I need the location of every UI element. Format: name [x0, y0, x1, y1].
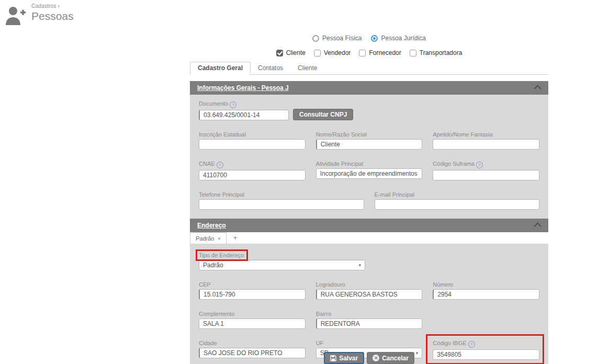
tipo-endereco-row: Tipo de Endereço Padrão ▾	[199, 250, 539, 270]
tab-contatos[interactable]: Contatos	[251, 62, 290, 74]
uf-label: UF	[316, 340, 423, 346]
help-icon[interactable]: ?	[476, 162, 483, 168]
cancel-button[interactable]: × Cancelar	[367, 352, 414, 364]
bairro-input[interactable]	[316, 318, 423, 329]
breadcrumb[interactable]: Cadastros ›	[31, 3, 74, 9]
checkbox-icon[interactable]	[276, 50, 283, 56]
checkbox-vendedor[interactable]: Vendedor	[314, 49, 351, 56]
help-icon[interactable]: ?	[468, 341, 475, 348]
checkbox-label: Fornecedor	[369, 49, 401, 56]
section-body-informacoes-gerais: Documento? Consultar CNPJ Inscrição Esta…	[190, 95, 548, 219]
save-button-label: Salvar	[339, 355, 358, 362]
page-header: Cadastros › Pessoas	[4, 3, 74, 26]
inscricao-estadual-input[interactable]	[199, 139, 306, 150]
section-title[interactable]: Informações Gerais - Pessoa J	[197, 84, 289, 92]
section-title[interactable]: Endereço	[197, 222, 226, 229]
add-address-tab-button[interactable]: +	[227, 232, 244, 244]
complemento-input[interactable]	[199, 318, 306, 329]
checkbox-icon[interactable]	[314, 50, 321, 56]
help-icon[interactable]: ?	[217, 162, 223, 168]
collapse-chevron-icon[interactable]	[534, 222, 541, 230]
logradouro-input[interactable]	[316, 289, 423, 300]
save-button[interactable]: Salvar	[324, 352, 364, 364]
radio-icon[interactable]	[312, 35, 319, 42]
address-tabs: Padrão × +	[190, 232, 548, 244]
checkbox-transportadora[interactable]: Transportadora	[410, 49, 462, 56]
cep-label: CEP	[199, 281, 306, 288]
breadcrumb-arrow-icon: ›	[58, 3, 60, 9]
section-header-informacoes-gerais: Informações Gerais - Pessoa J	[190, 81, 548, 95]
floppy-disk-icon	[330, 355, 336, 361]
razao-social-input[interactable]	[316, 139, 423, 150]
radio-icon[interactable]	[371, 35, 378, 42]
collapse-chevron-icon[interactable]	[534, 85, 541, 92]
checkbox-label: Vendedor	[324, 49, 351, 56]
help-icon[interactable]: ?	[230, 101, 236, 108]
cep-input[interactable]	[199, 289, 306, 300]
cnae-label: CNAE?	[199, 161, 306, 168]
checkbox-icon[interactable]	[410, 50, 416, 56]
razao-social-label: Nome/Razão Social	[316, 131, 423, 138]
person-add-icon	[4, 5, 27, 26]
documento-label: Documento?	[199, 100, 289, 108]
checkbox-cliente[interactable]: Cliente	[276, 49, 306, 56]
consultar-cnpj-button[interactable]: Consultar CNPJ	[293, 109, 353, 120]
tipo-endereco-select[interactable]: Padrão ▾	[199, 260, 365, 270]
page-title: Pessoas	[31, 10, 74, 22]
tab-cliente[interactable]: Cliente	[290, 62, 324, 74]
chevron-down-icon: ▾	[358, 263, 361, 268]
cnae-input[interactable]	[199, 170, 306, 180]
address-tab-padrao[interactable]: Padrão ×	[190, 232, 227, 244]
selected-value: Padrão	[203, 261, 223, 269]
codigo-suframa-label: Código Suframa?	[433, 161, 539, 168]
radio-label: Pessoa Jurídica	[381, 35, 425, 42]
complemento-label: Complemento	[199, 311, 306, 317]
row-atividade: CNAE? Atividade Principal Código Suframa…	[199, 161, 539, 180]
row-complemento: Complemento Bairro	[199, 311, 539, 329]
address-tab-label: Padrão	[196, 235, 214, 242]
email-principal-input[interactable]	[375, 199, 540, 210]
row-contato: Telefone Principal E-mail Principal	[199, 191, 539, 210]
documento-input[interactable]	[199, 110, 289, 120]
row-identificacao: Inscrição Estadual Nome/Razão Social Ape…	[199, 131, 539, 150]
footer-actions: Salvar × Cancelar	[190, 352, 548, 364]
cancel-button-label: Cancelar	[382, 355, 409, 362]
form-area: Informações Gerais - Pessoa J Documento?…	[190, 81, 548, 364]
cidade-label: Cidade	[199, 340, 306, 346]
email-principal-label: E-mail Principal	[375, 191, 540, 198]
roles-group: Cliente Vendedor Fornecedor Transportado…	[190, 49, 548, 56]
logradouro-label: Logradouro	[316, 281, 423, 288]
radio-label: Pessoa Física	[322, 35, 362, 42]
numero-label: Número	[433, 281, 539, 288]
checkbox-label: Transportadora	[420, 49, 462, 56]
documento-row: Documento? Consultar CNPJ	[199, 100, 539, 120]
checkbox-icon[interactable]	[359, 50, 366, 56]
checkbox-label: Cliente	[286, 49, 306, 56]
checkbox-fornecedor[interactable]: Fornecedor	[359, 49, 401, 56]
main-tabs: Cadastro Geral Contatos Cliente	[190, 63, 548, 75]
telefone-principal-input[interactable]	[199, 199, 364, 210]
inscricao-estadual-label: Inscrição Estadual	[199, 131, 306, 138]
tab-cadastro-geral[interactable]: Cadastro Geral	[190, 62, 251, 75]
row-cep: CEP Logradouro Número	[199, 281, 539, 300]
section-header-endereco: Endereço	[190, 219, 548, 232]
atividade-principal-input[interactable]	[316, 168, 423, 179]
radio-pessoa-juridica[interactable]: Pessoa Jurídica	[371, 35, 425, 42]
telefone-principal-label: Telefone Principal	[199, 191, 364, 198]
person-type-group: Pessoa Física Pessoa Jurídica	[190, 35, 548, 42]
numero-input[interactable]	[433, 289, 539, 300]
nome-fantasia-label: Apelido/Nome Fantasia	[433, 131, 539, 138]
tipo-endereco-label: Tipo de Endereço	[199, 252, 244, 258]
codigo-suframa-input[interactable]	[433, 170, 539, 180]
close-icon[interactable]: ×	[217, 235, 220, 242]
codigo-ibge-label: Código IBGE?	[433, 340, 539, 348]
section-body-endereco: Tipo de Endereço Padrão ▾ CEP Logradouro…	[190, 244, 548, 364]
bairro-label: Bairro	[316, 311, 423, 317]
nome-fantasia-input[interactable]	[433, 139, 539, 150]
radio-pessoa-fisica[interactable]: Pessoa Física	[312, 35, 362, 42]
cancel-circle-icon: ×	[373, 355, 379, 361]
atividade-principal-label: Atividade Principal	[316, 161, 423, 167]
